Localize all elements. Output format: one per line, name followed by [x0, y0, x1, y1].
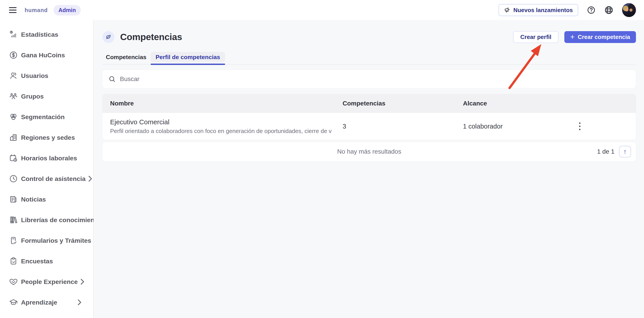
sidebar-label: Segmentación	[21, 113, 65, 121]
column-header-nombre: Nombre	[110, 100, 342, 107]
venn-icon	[9, 112, 18, 121]
topbar: humand Admin Nuevos lanzamientos	[0, 0, 644, 20]
table-header-row: Nombre Competencias Alcance	[102, 94, 636, 113]
form-check-icon	[9, 236, 18, 245]
pagination-label: 1 de 1	[597, 148, 614, 155]
scroll-top-button[interactable]: ↑	[619, 146, 631, 157]
profile-competencias-count: 3	[342, 123, 463, 130]
sidebar-label: Noticias	[21, 196, 46, 203]
new-releases-label: Nuevos lanzamientos	[513, 7, 573, 14]
language-button[interactable]	[604, 5, 614, 15]
sidebar-label: Grupos	[21, 93, 44, 100]
books-icon	[9, 215, 18, 224]
tab-competencias[interactable]: Competencias	[102, 52, 150, 62]
sidebar-label: Usuarios	[21, 72, 48, 80]
sidebar-label: Aprendizaje	[21, 299, 57, 306]
column-header-alcance: Alcance	[463, 100, 636, 107]
plus-icon: +	[570, 33, 575, 41]
group-icon	[9, 92, 18, 101]
newspaper-icon	[9, 195, 18, 204]
globe-icon	[604, 5, 614, 15]
create-profile-button[interactable]: Crear perfil	[513, 31, 558, 43]
help-circle-icon	[587, 6, 596, 15]
sidebar-item-librerias-de-conocimiento[interactable]: Librerías de conocimiento	[0, 210, 93, 230]
sidebar-label: Librerías de conocimiento	[21, 216, 100, 224]
calendar-clock-icon	[9, 154, 18, 163]
new-releases-button[interactable]: Nuevos lanzamientos	[498, 4, 578, 16]
sidebar-label: Encuestas	[21, 257, 53, 265]
sidebar-item-formularios-y-tramites[interactable]: Formularios y Trámites	[0, 230, 93, 251]
profile-alcance: 1 colaborador	[463, 123, 636, 130]
sidebar-item-estadisticas[interactable]: Estadísticas	[0, 24, 93, 45]
sidebar-item-noticias[interactable]: Noticias	[0, 189, 93, 210]
sidebar-item-regiones-y-sedes[interactable]: Regiones y sedes	[0, 127, 93, 148]
tab-bar: Competencias Perfil de competencias	[102, 52, 636, 62]
arrow-up-icon: ↑	[624, 148, 627, 155]
main-content: Competencias Crear perfil + Crear compet…	[94, 20, 644, 318]
sidebar-item-people-experience[interactable]: People Experience	[0, 271, 93, 292]
search-input[interactable]	[120, 76, 630, 83]
create-competency-label: Crear competencia	[578, 34, 630, 41]
sidebar-label: Control de asistencia	[21, 175, 86, 182]
chevron-right-icon	[78, 277, 86, 286]
graduation-cap-icon	[9, 298, 18, 307]
sidebar-item-aprendizaje[interactable]: Aprendizaje	[0, 292, 93, 313]
coin-icon	[9, 51, 18, 60]
sidebar-label: Horarios laborales	[21, 155, 77, 162]
heart-handshake-icon	[9, 277, 18, 286]
sidebar-item-usuarios[interactable]: Usuarios	[0, 65, 93, 86]
table-row[interactable]: Ejecutivo Comercial Perfil orientado a c…	[102, 113, 636, 140]
chevron-right-icon	[86, 174, 94, 183]
sidebar-label: Estadísticas	[21, 31, 58, 38]
sidebar-label: People Experience	[21, 278, 78, 285]
clipboard-check-icon	[9, 257, 18, 266]
user-icon	[9, 71, 18, 80]
column-header-competencias: Competencias	[342, 100, 463, 107]
sidebar-item-control-de-asistencia[interactable]: Control de asistencia	[0, 168, 93, 189]
sidebar-label: Gana HuCoins	[21, 52, 65, 59]
row-actions-kebab-icon[interactable]	[577, 120, 583, 132]
building-icon	[9, 133, 18, 142]
page-title: Competencias	[120, 32, 182, 42]
sidebar-item-grupos[interactable]: Grupos	[0, 86, 93, 107]
sidebar-item-segmentacion[interactable]: Segmentación	[0, 107, 93, 127]
menu-icon[interactable]	[9, 7, 16, 13]
create-competency-button[interactable]: + Crear competencia	[564, 31, 636, 43]
admin-badge: Admin	[54, 5, 81, 16]
profiles-table: Nombre Competencias Alcance Ejecutivo Co…	[102, 94, 636, 140]
user-avatar[interactable]	[622, 3, 636, 17]
humand-logo[interactable]: humand	[24, 7, 48, 14]
help-button[interactable]	[587, 6, 596, 15]
sidebar-item-encuestas[interactable]: Encuestas	[0, 251, 93, 271]
chevron-right-icon	[75, 298, 84, 307]
sidebar-label: Regiones y sedes	[21, 134, 75, 141]
sidebar-item-horarios-laborales[interactable]: Horarios laborales	[0, 148, 93, 168]
page-title-icon-circle	[102, 31, 114, 43]
sidebar-item-gana-hucoins[interactable]: Gana HuCoins	[0, 45, 93, 65]
stats-icon	[9, 30, 18, 39]
clock-icon	[9, 174, 18, 183]
profile-name: Ejecutivo Comercial	[110, 118, 342, 126]
profile-description: Perfil orientado a colaboradores con foc…	[110, 128, 332, 135]
search-bar	[102, 70, 636, 88]
megaphone-icon	[504, 7, 511, 14]
sidebar: Estadísticas Gana HuCoins Usuarios Grupo…	[0, 20, 94, 318]
no-more-results-text: No hay más resultados	[337, 148, 401, 155]
search-icon	[108, 75, 116, 83]
leaf-icon	[105, 34, 112, 40]
table-footer: No hay más resultados 1 de 1 ↑	[102, 142, 636, 161]
sidebar-label: Formularios y Trámites	[21, 237, 91, 244]
tab-perfil-de-competencias[interactable]: Perfil de competencias	[150, 52, 225, 62]
